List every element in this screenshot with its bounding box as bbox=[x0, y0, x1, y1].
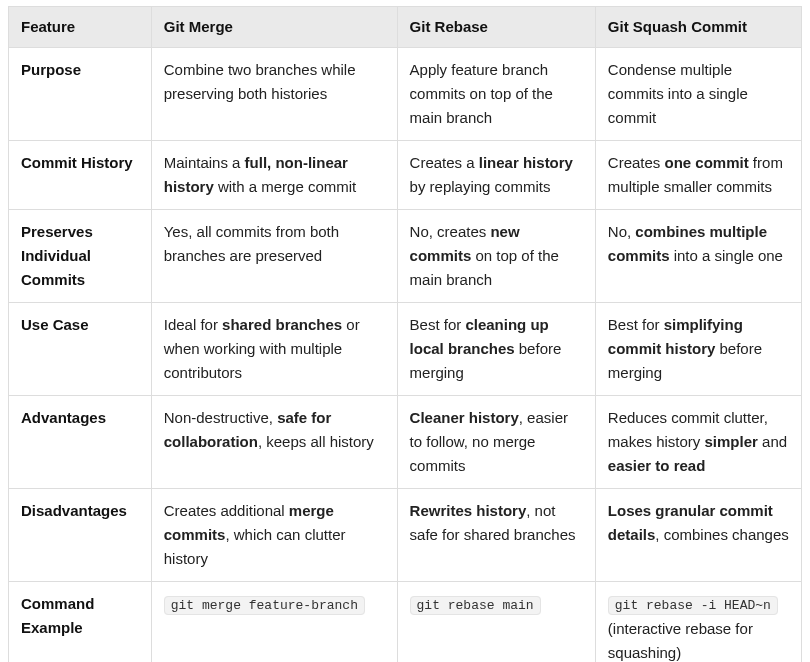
comparison-table: Feature Git Merge Git Rebase Git Squash … bbox=[8, 6, 802, 662]
table-row: DisadvantagesCreates additional merge co… bbox=[9, 489, 802, 582]
cell-feature: Preserves Individual Commits bbox=[9, 210, 152, 303]
cell-squash: git rebase -i HEAD~n (interactive rebase… bbox=[595, 582, 801, 663]
cell-rebase: git rebase main bbox=[397, 582, 595, 663]
cell-rebase: Apply feature branch commits on top of t… bbox=[397, 48, 595, 141]
cell-feature: Command Example bbox=[9, 582, 152, 663]
cell-rebase: Rewrites history, not safe for shared br… bbox=[397, 489, 595, 582]
table-row: AdvantagesNon-destructive, safe for coll… bbox=[9, 396, 802, 489]
table-row: PurposeCombine two branches while preser… bbox=[9, 48, 802, 141]
cell-merge: Combine two branches while preserving bo… bbox=[151, 48, 397, 141]
table-row: Preserves Individual CommitsYes, all com… bbox=[9, 210, 802, 303]
table-header-row: Feature Git Merge Git Rebase Git Squash … bbox=[9, 7, 802, 48]
cell-squash: Best for simplifying commit history befo… bbox=[595, 303, 801, 396]
cell-rebase: No, creates new commits on top of the ma… bbox=[397, 210, 595, 303]
cell-feature: Advantages bbox=[9, 396, 152, 489]
cell-rebase: Best for cleaning up local branches befo… bbox=[397, 303, 595, 396]
table-row: Use CaseIdeal for shared branches or whe… bbox=[9, 303, 802, 396]
cell-squash: Creates one commit from multiple smaller… bbox=[595, 141, 801, 210]
cell-merge: Maintains a full, non-linear history wit… bbox=[151, 141, 397, 210]
cell-merge: Yes, all commits from both branches are … bbox=[151, 210, 397, 303]
table-body: PurposeCombine two branches while preser… bbox=[9, 48, 802, 663]
cell-squash: Loses granular commit details, combines … bbox=[595, 489, 801, 582]
header-git-squash: Git Squash Commit bbox=[595, 7, 801, 48]
cell-merge: Creates additional merge commits, which … bbox=[151, 489, 397, 582]
cell-merge: Ideal for shared branches or when workin… bbox=[151, 303, 397, 396]
cell-rebase: Cleaner history, easier to follow, no me… bbox=[397, 396, 595, 489]
table-row: Commit HistoryMaintains a full, non-line… bbox=[9, 141, 802, 210]
header-feature: Feature bbox=[9, 7, 152, 48]
cell-rebase: Creates a linear history by replaying co… bbox=[397, 141, 595, 210]
table-row: Command Examplegit merge feature-branchg… bbox=[9, 582, 802, 663]
cell-merge: git merge feature-branch bbox=[151, 582, 397, 663]
cell-feature: Disadvantages bbox=[9, 489, 152, 582]
cell-feature: Purpose bbox=[9, 48, 152, 141]
cell-feature: Use Case bbox=[9, 303, 152, 396]
cell-squash: Reduces commit clutter, makes history si… bbox=[595, 396, 801, 489]
cell-feature: Commit History bbox=[9, 141, 152, 210]
cell-squash: No, combines multiple commits into a sin… bbox=[595, 210, 801, 303]
cell-squash: Condense multiple commits into a single … bbox=[595, 48, 801, 141]
header-git-merge: Git Merge bbox=[151, 7, 397, 48]
cell-merge: Non-destructive, safe for collaboration,… bbox=[151, 396, 397, 489]
header-git-rebase: Git Rebase bbox=[397, 7, 595, 48]
